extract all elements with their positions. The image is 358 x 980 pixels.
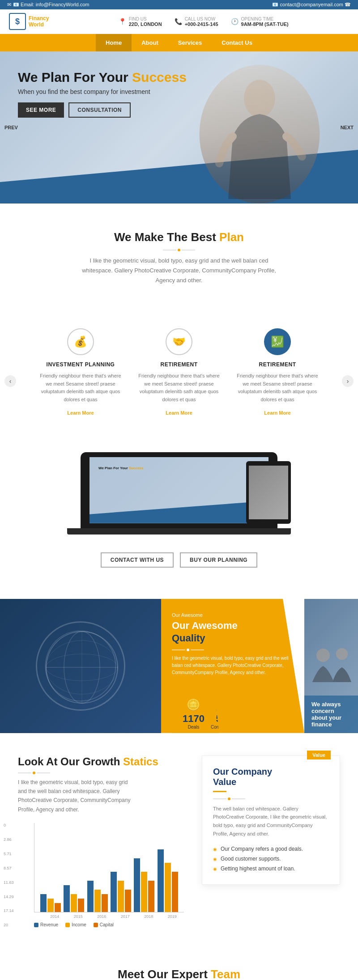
- nav-contact[interactable]: Contact Us: [212, 34, 262, 51]
- learn-more-0[interactable]: Learn More: [67, 410, 94, 416]
- nav-home[interactable]: Home: [96, 34, 132, 51]
- value-item-1: Good customer supports.: [213, 854, 329, 864]
- service-card-retirement: 🤝 RETIREMENT Friendly neighbour there th…: [130, 319, 228, 425]
- mockup-buttons: CONTACT WITH US BUY OUR PLANNING: [18, 552, 340, 568]
- quality-right-overlay: We always concern about your finance: [304, 696, 358, 733]
- contact-button[interactable]: CONTACT WITH US: [101, 552, 174, 568]
- service-card-growth: 💹 RETIREMENT Friendly neighbour there th…: [228, 319, 327, 425]
- bar-revenue-2016: [87, 881, 94, 912]
- learn-more-2[interactable]: Learn More: [264, 410, 290, 416]
- chart-legend: Revenue Income Capital: [34, 922, 184, 927]
- see-more-button[interactable]: SEE MORE: [18, 102, 64, 118]
- bar-capital-2017: [125, 890, 131, 912]
- experts-section: Meet Our Expert Team: [0, 945, 358, 980]
- service-title-1: RETIREMENT: [137, 361, 221, 368]
- quality-section: Our Awesome Our Awesome Our Awesome Qual…: [0, 599, 358, 733]
- quality-right-bg: We always concern about your finance: [304, 599, 358, 733]
- bar-capital-2015: [78, 899, 84, 912]
- plan-divider: [18, 249, 340, 251]
- globe-container: [0, 599, 161, 733]
- hero-buttons: SEE MORE CONSULTATION: [18, 102, 187, 118]
- bar-revenue-2015: [64, 885, 70, 912]
- customer-icon: 😊: [239, 699, 258, 711]
- bar-group-2015: [64, 885, 84, 912]
- bar-capital-2018: [148, 881, 154, 912]
- bar-group-2018: [134, 858, 154, 912]
- bar-chart: [34, 823, 184, 912]
- bar-group-2019: [158, 849, 178, 912]
- learn-more-1[interactable]: Learn More: [166, 410, 192, 416]
- divider-line-left: [18, 772, 31, 773]
- growth-description: I like the geometric visual, bold typo, …: [18, 778, 134, 815]
- company-value-divider: [213, 791, 226, 792]
- bar-revenue-2019: [158, 849, 164, 912]
- bar-income-2015: [71, 894, 77, 912]
- plan-section: We Make The Best Plan I like the geometr…: [0, 204, 358, 319]
- bar-capital-2019: [172, 872, 178, 912]
- value-item-2: Getting highest amount of loan.: [213, 864, 329, 874]
- bar-revenue-2017: [111, 872, 117, 912]
- growth-right: Value Our Company Value The well balan c…: [202, 755, 340, 928]
- nav-about[interactable]: About: [132, 34, 168, 51]
- svg-point-0: [244, 80, 275, 117]
- divider-dot: [228, 798, 230, 800]
- plan-description: I like the geometric visual, bold typo, …: [81, 256, 277, 285]
- bar-income-2016: [94, 890, 101, 912]
- bar-income-2017: [118, 881, 124, 912]
- growth-section: Look At Our Growth Statics I like the ge…: [0, 733, 358, 946]
- nav-services[interactable]: Services: [168, 34, 212, 51]
- growth-icon: 💹: [264, 328, 291, 355]
- services-prev-button[interactable]: ‹: [4, 375, 16, 387]
- buy-planning-button[interactable]: BUY OUR PLANNING: [180, 552, 257, 568]
- services-next-button[interactable]: ›: [342, 375, 354, 387]
- hero-section: We Plan For Your Success When you find t…: [0, 51, 358, 204]
- hero-content: We Plan For Your Success When you find t…: [18, 69, 187, 118]
- laptop-screen-text: We Plan For Your Success: [98, 466, 143, 470]
- quality-divider: [172, 649, 294, 651]
- deals-icon: 🪙: [183, 699, 205, 711]
- consultation-button[interactable]: CONSULTATION: [68, 102, 131, 118]
- stat-consultant: 👤 54 Consultant: [211, 699, 232, 730]
- company-value-desc: The well balan ced whitespace. Gallery P…: [213, 805, 329, 838]
- main-nav: Home About Services Contact Us: [0, 34, 358, 51]
- divider-dot: [187, 649, 189, 651]
- quality-heading: Our Awesome Our Awesome Quality: [172, 619, 294, 645]
- topbar-left: ✉ 📧 Email: info@FinancyWorld.com: [7, 2, 89, 8]
- laptop-mockup: We Plan For Your Success: [67, 452, 291, 542]
- divider-dot: [178, 249, 180, 251]
- logo[interactable]: $ Financy World: [9, 13, 49, 30]
- consultant-label: Consultant: [211, 725, 232, 730]
- legend-income: Income: [65, 922, 86, 927]
- logo-icon: $: [9, 13, 26, 30]
- hero-person: [197, 65, 322, 204]
- globe-icon: [36, 621, 125, 711]
- divider-line-left: [163, 250, 176, 250]
- service-card-investment: 💰 INVESTMENT PLANNING Friendly neighbour…: [31, 319, 130, 425]
- quality-left-bg: [0, 599, 161, 733]
- divider-line-right: [191, 649, 204, 650]
- consultant-icon: 👤: [211, 699, 232, 711]
- bar-income-2019: [165, 863, 171, 912]
- stat-deals: 🪙 1170 Deals: [183, 699, 205, 730]
- svg-point-7: [316, 649, 330, 662]
- phone-value: +000-2415-145: [185, 21, 218, 27]
- divider-line-right: [37, 772, 50, 773]
- chart-x-labels: 2014 2015 2016 2017 2018 2019: [34, 914, 184, 919]
- clock-icon: 🕐: [231, 18, 239, 25]
- bar-capital-2016: [102, 894, 108, 912]
- quality-mid: Our Awesome Our Awesome Our Awesome Qual…: [161, 599, 304, 733]
- customer-value: 995: [239, 713, 258, 725]
- hero-prev-button[interactable]: PREV: [4, 125, 18, 130]
- topbar-right: 📧 contact@companyemail.com ☎: [272, 2, 351, 8]
- bar-group-2017: [111, 872, 131, 912]
- deals-value: 1170: [183, 713, 205, 725]
- investment-icon: 💰: [67, 328, 94, 355]
- growth-heading: Look At Our Growth Statics: [18, 755, 184, 768]
- legend-capital: Capital: [94, 922, 114, 927]
- hero-next-button[interactable]: NEXT: [341, 125, 354, 130]
- stat-customer: 😊 995 Costomer: [239, 699, 258, 730]
- tablet-side-screen: [249, 466, 288, 519]
- divider-dot: [33, 772, 35, 774]
- header-info: 📍 FIND US 22D, LONDON 📞 CALL US NOW +000…: [58, 17, 349, 27]
- plan-heading: We Make The Best Plan: [18, 230, 340, 244]
